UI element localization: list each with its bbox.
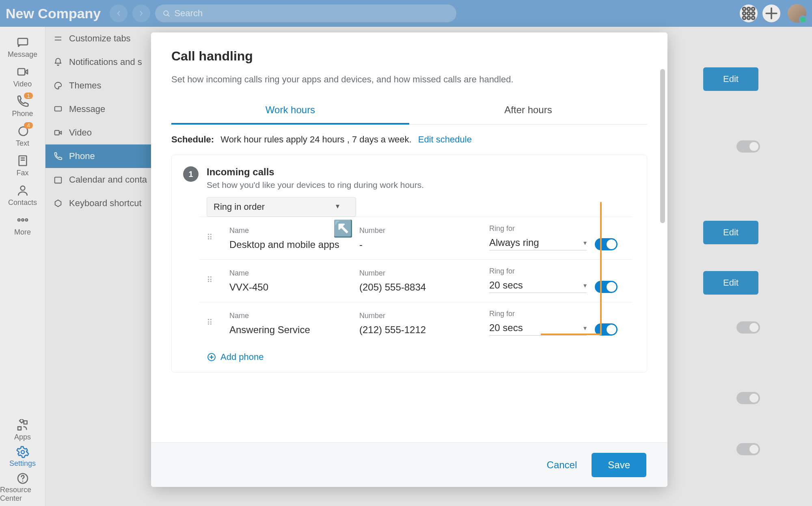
section-subtitle: Set how you'd like your devices to ring … [207,180,424,190]
device-name: Answering Service [229,324,351,336]
save-button[interactable]: Save [592,453,646,477]
modal-title: Call handling [171,49,647,64]
device-row: ⠿ Name Desktop and mobile apps Number - … [199,217,632,259]
drag-handle-icon[interactable]: ⠿ [207,318,221,327]
add-phone-label: Add phone [220,352,263,362]
device-toggle[interactable] [595,238,618,250]
ring-for-select[interactable]: 20 secs [489,280,587,293]
drag-handle-icon[interactable]: ⠿ [207,275,221,285]
col-number-label: Number [359,226,481,235]
col-number-label: Number [359,312,481,320]
device-number: (205) 555-8834 [359,282,481,293]
device-toggle[interactable] [595,323,618,336]
section-title: Incoming calls [207,166,424,178]
ring-for-select[interactable]: Always ring [489,237,587,250]
device-number: - [359,239,481,250]
modal-scrollbar[interactable] [660,69,665,223]
ring-mode-value: Ring in order [214,202,265,212]
device-name: Desktop and mobile apps [229,239,351,250]
col-name-label: Name [229,269,351,278]
device-number: (212) 555-1212 [359,324,481,336]
incoming-calls-section: 1 Incoming calls Set how you'd like your… [171,155,647,373]
ring-for-select[interactable]: 20 secs [489,322,587,336]
col-number-label: Number [359,269,481,278]
modal-tabs: Work hours After hours [171,99,647,125]
col-ringfor-label: Ring for [489,267,587,276]
add-phone-button[interactable]: Add phone [207,352,632,362]
drag-handle-icon[interactable]: ⠿ [207,233,221,242]
modal-description: Set how incoming calls ring your apps an… [171,74,647,85]
edit-schedule-link[interactable]: Edit schedule [418,134,472,144]
device-toggle[interactable] [595,281,618,293]
schedule-row: Schedule: Work hour rules apply 24 hours… [171,134,647,145]
col-ringfor-label: Ring for [489,224,587,233]
plus-circle-icon [207,352,216,362]
step-badge: 1 [183,166,199,182]
device-name: VVX-450 [229,282,351,293]
call-handling-modal: Call handling Set how incoming calls rin… [151,32,667,487]
modal-footer: Cancel Save [151,442,667,487]
device-row: ⠿ Name Answering Service Number (212) 55… [199,302,632,345]
schedule-text: Work hour rules apply 24 hours , 7 days … [220,134,411,144]
col-ringfor-label: Ring for [489,310,587,318]
cancel-button[interactable]: Cancel [547,459,577,471]
schedule-label: Schedule: [171,134,214,144]
ring-mode-select[interactable]: Ring in order [207,197,356,217]
device-row: ⠿ Name VVX-450 Number (205) 555-8834 Rin… [199,259,632,302]
col-name-label: Name [229,226,351,235]
col-name-label: Name [229,312,351,320]
tab-after-hours[interactable]: After hours [409,99,647,124]
tab-work-hours[interactable]: Work hours [171,99,409,125]
